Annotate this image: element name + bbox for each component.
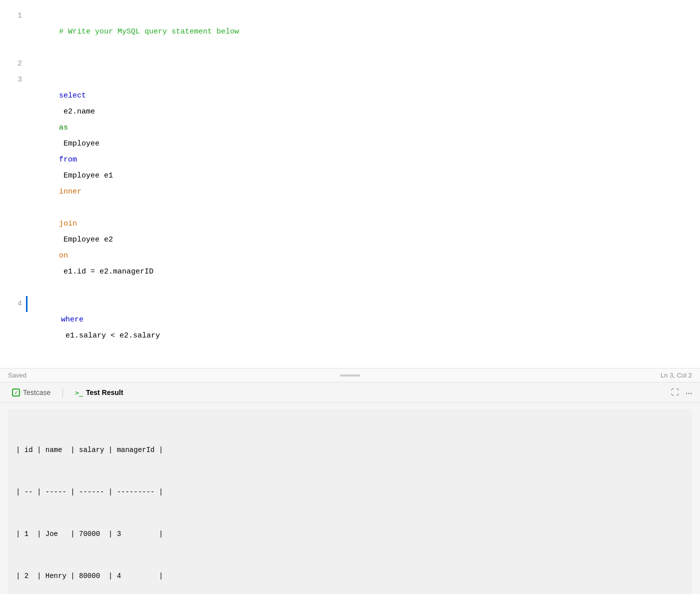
line-number-4: 4 (6, 296, 22, 312)
table-separator-row: | -- | ----- | ------ | --------- | (16, 485, 684, 499)
bottom-panel: ✓ Testcase >_ Test Result ⛶ ··· | id | n… (0, 382, 700, 594)
code-line-1: 1 # Write your MySQL query statement bel… (0, 8, 700, 56)
testcase-tab-label: Testcase (23, 388, 50, 396)
cursor-position: Ln 3, Col 2 (660, 372, 692, 379)
sql-table1: Employee e1 (59, 172, 118, 180)
table-data-row-2: | 2 | Henry | 80000 | 4 | (16, 569, 684, 583)
divider-handle[interactable] (340, 374, 360, 376)
input-table-container: | id | name | salary | managerId | | -- … (8, 409, 692, 594)
tab-test-result[interactable]: >_ Test Result (71, 386, 127, 398)
sql-field-e2name: e2.name (59, 108, 100, 116)
testcase-checkbox-icon: ✓ (12, 388, 20, 396)
keyword-on: on (59, 252, 68, 260)
sql-where-condition: e1.salary < e2.salary (61, 332, 160, 340)
table-header-row: | id | name | salary | managerId | (16, 443, 684, 457)
keyword-inner: inner (59, 188, 82, 196)
table-data-row-1: | 1 | Joe | 70000 | 3 | (16, 527, 684, 541)
keyword-select: select (59, 92, 86, 100)
line-content-4: where e1.salary < e2.salary (32, 296, 694, 360)
tab-testcase[interactable]: ✓ Testcase (8, 386, 54, 398)
sql-space1 (59, 204, 64, 212)
expand-icon[interactable]: ⛶ (671, 388, 679, 397)
keyword-as: as (59, 124, 68, 132)
test-result-tab-label: Test Result (86, 388, 123, 396)
line-number-1: 1 (6, 8, 22, 24)
line-number-3: 3 (6, 72, 22, 88)
tab-right-actions: ⛶ ··· (671, 387, 692, 398)
comment-text: # Write your MySQL query statement below (59, 28, 239, 36)
tab-divider (62, 388, 63, 398)
test-result-content: | id | name | salary | managerId | | -- … (0, 403, 700, 594)
code-line-2: 2 (0, 56, 700, 72)
sql-alias: Employee (59, 140, 113, 148)
keyword-join: join (59, 220, 77, 228)
line-content-2 (32, 56, 694, 72)
status-bar: Saved Ln 3, Col 2 (0, 368, 700, 382)
code-line-3: 3 select e2.name as Employee from Employ… (0, 72, 700, 296)
terminal-icon: >_ (75, 389, 83, 396)
more-icon[interactable]: ··· (685, 387, 692, 398)
sql-table2: Employee e2 (59, 236, 118, 244)
line-number-2: 2 (6, 56, 22, 72)
cursor-indicator (26, 296, 28, 312)
code-line-4: 4 where e1.salary < e2.salary (0, 296, 700, 360)
line-content-3: select e2.name as Employee from Employee… (32, 72, 694, 296)
saved-status: Saved (8, 372, 26, 379)
keyword-from: from (59, 156, 77, 164)
tab-list: ✓ Testcase >_ Test Result (8, 386, 127, 398)
sql-condition: e1.id = e2.managerID (59, 268, 154, 276)
input-table: | id | name | salary | managerId | | -- … (16, 415, 684, 594)
line-content-1: # Write your MySQL query statement below (32, 8, 694, 56)
keyword-where: where (61, 316, 84, 324)
code-editor[interactable]: 1 # Write your MySQL query statement bel… (0, 0, 700, 368)
tab-bar: ✓ Testcase >_ Test Result ⛶ ··· (0, 382, 700, 403)
